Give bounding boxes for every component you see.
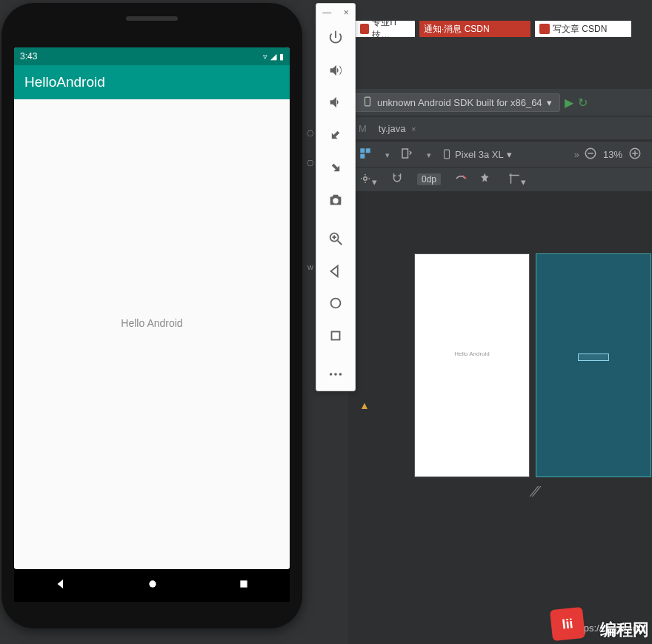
editor-tab-label: ty.java: [379, 123, 406, 134]
browser-tab[interactable]: 写文章 CSDN: [535, 21, 631, 37]
phone-speaker: [126, 16, 178, 21]
device-label: unknown Android SDK built for x86_64: [377, 97, 542, 108]
rotate-left-button[interactable]: [321, 120, 350, 150]
nav-overview-button[interactable]: [238, 578, 250, 593]
magnet-icon[interactable]: [390, 172, 404, 187]
preview-device-selector[interactable]: Pixel 3a XL ▾: [442, 149, 512, 160]
nav-home-button[interactable]: [147, 578, 159, 593]
layout-design-canvas[interactable]: ▲ Hello Android ⁄⁄: [348, 191, 652, 644]
editor-tab-active[interactable]: ty.java ×: [374, 121, 421, 136]
overview-button[interactable]: [321, 321, 350, 351]
chevron-down-icon: ▾: [507, 149, 512, 160]
svg-rect-16: [332, 332, 340, 340]
palette-icon[interactable]: [359, 147, 372, 162]
zoom-level: 13%: [603, 149, 622, 160]
emulator-screen[interactable]: 3:43 ▿ ◢ ▮ HelloAndroid Hello Android: [14, 47, 290, 569]
power-button[interactable]: [321, 23, 350, 53]
design-preview[interactable]: Hello Android: [415, 254, 529, 477]
favicon-icon: [539, 24, 550, 34]
zoom-out-button[interactable]: [584, 147, 597, 162]
orientation-icon[interactable]: [400, 147, 413, 162]
svg-point-18: [334, 373, 337, 376]
signal-icon: ◢: [270, 52, 276, 62]
hello-text: Hello Android: [121, 317, 182, 329]
app-content: Hello Android: [14, 99, 290, 569]
svg-rect-1: [445, 150, 450, 159]
volume-down-button[interactable]: [321, 88, 350, 118]
watermark-logo: lii: [550, 607, 585, 641]
status-icons: ▿ ◢ ▮: [263, 52, 284, 62]
favicon-icon: [360, 24, 369, 34]
svg-point-20: [149, 580, 156, 587]
preview-text: Hello Android: [415, 351, 529, 357]
close-button[interactable]: ×: [344, 7, 349, 18]
svg-point-19: [339, 373, 342, 376]
editor-tabs: M ty.java ×: [348, 117, 652, 139]
android-status-bar: 3:43 ▿ ◢ ▮: [14, 47, 290, 65]
watermark-text: 编程网: [600, 619, 649, 641]
svg-point-15: [331, 299, 341, 308]
default-margin[interactable]: 0dp: [417, 173, 441, 185]
svg-line-12: [338, 241, 342, 245]
layout-editor-toolbar: Pixel 3a XL ▾ » 13%: [348, 141, 652, 167]
back-button[interactable]: [321, 256, 350, 286]
chevron-down-icon: ▾: [547, 97, 552, 108]
battery-icon: ▮: [279, 52, 284, 62]
apply-changes-button[interactable]: ↻: [578, 96, 588, 110]
guidelines-icon[interactable]: ▾: [508, 172, 526, 187]
status-clock: 3:43: [20, 51, 37, 62]
palette-dropdown[interactable]: [382, 149, 390, 160]
blueprint-preview[interactable]: [536, 254, 651, 477]
more-icon[interactable]: »: [574, 149, 578, 160]
zoom-button[interactable]: [321, 224, 350, 253]
svg-rect-21: [241, 580, 247, 587]
browser-tab[interactable]: 专业IT技…: [356, 21, 415, 37]
phone-icon: [362, 96, 373, 109]
zoom-controls: » 13%: [574, 147, 642, 162]
browser-tab-strip: 专业IT技… 通知·消息 CSDN 写文章 CSDN: [356, 21, 652, 37]
resize-handle-icon[interactable]: ⁄⁄: [533, 483, 539, 500]
tab-label: 写文章 CSDN: [553, 23, 607, 36]
device-selector[interactable]: unknown Android SDK built for x86_64 ▾: [354, 93, 560, 112]
tab-label: 通知·消息 CSDN: [424, 23, 490, 36]
clear-constraints-icon[interactable]: [454, 172, 468, 187]
tab-label: 专业IT技…: [372, 21, 410, 37]
ide-run-toolbar: unknown Android SDK built for x86_64 ▾ ▶…: [348, 89, 652, 116]
run-button[interactable]: ▶: [565, 96, 573, 110]
android-nav-bar: [14, 569, 290, 602]
screenshot-button[interactable]: [321, 185, 350, 215]
close-icon[interactable]: ×: [411, 125, 416, 133]
wifi-icon: ▿: [263, 52, 267, 62]
svg-rect-0: [365, 97, 370, 106]
rotate-right-button[interactable]: [321, 153, 350, 182]
editor-tab-partial[interactable]: M: [354, 121, 371, 136]
svg-point-17: [330, 373, 333, 376]
logo-inner: lii: [561, 616, 573, 632]
view-options-icon[interactable]: ▾: [359, 172, 377, 187]
orientation-dropdown[interactable]: [424, 149, 431, 160]
blueprint-textview[interactable]: [578, 353, 609, 361]
warning-icon[interactable]: ▲: [359, 399, 370, 411]
emulator-control-panel: — ×: [316, 3, 356, 391]
app-action-bar: HelloAndroid: [14, 65, 290, 99]
browser-tab[interactable]: 通知·消息 CSDN: [419, 21, 530, 37]
layout-editor-toolbar-2: ▾ 0dp ▾: [348, 167, 652, 191]
nav-back-button[interactable]: [54, 577, 67, 594]
volume-up-button[interactable]: [321, 56, 350, 85]
svg-point-7: [364, 176, 367, 180]
app-title: HelloAndroid: [24, 74, 105, 90]
emulator-device-frame: 3:43 ▿ ◢ ▮ HelloAndroid Hello Android: [1, 3, 302, 628]
more-button[interactable]: [321, 359, 350, 389]
zoom-in-button[interactable]: [628, 147, 642, 162]
home-button[interactable]: [321, 289, 350, 319]
preview-device-label: Pixel 3a XL: [455, 149, 504, 160]
infer-constraints-icon[interactable]: [481, 172, 494, 187]
minimize-button[interactable]: —: [322, 7, 331, 18]
emulator-window-controls: — ×: [316, 4, 355, 21]
